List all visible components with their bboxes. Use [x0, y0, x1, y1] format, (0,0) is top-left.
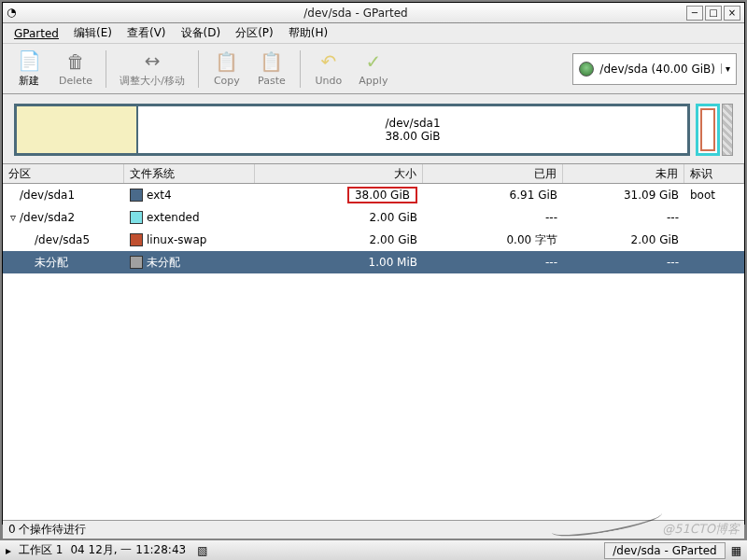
graph-used-region — [17, 106, 138, 153]
paste-icon: 📋 — [261, 50, 283, 73]
fs-swatch — [130, 256, 143, 269]
apply-button[interactable]: ✓Apply — [351, 47, 396, 91]
col-free[interactable]: 未用 — [563, 164, 684, 183]
tray-icon[interactable]: ▦ — [731, 544, 741, 557]
menubar: GParted 编辑(E) 查看(V) 设备(D) 分区(P) 帮助(H) — [3, 23, 744, 44]
partition-graph-area: /dev/sda1 38.00 GiB — [3, 94, 744, 163]
table-row[interactable]: /dev/sda5linux-swap2.00 GiB0.00 字节2.00 G… — [3, 229, 744, 251]
menu-view[interactable]: 查看(V) — [121, 23, 172, 43]
undo-icon: ↶ — [317, 50, 340, 73]
delete-button[interactable]: 🗑Delete — [51, 47, 100, 91]
toolbar: 📄新建 🗑Delete ↔调整大小/移动 📋Copy 📋Paste ↶Undo … — [3, 44, 744, 94]
menu-gparted[interactable]: GParted — [8, 25, 64, 42]
graph-partition-sda1[interactable]: /dev/sda1 38.00 GiB — [138, 106, 687, 153]
table-row[interactable]: 未分配未分配1.00 MiB------ — [3, 251, 744, 273]
minimize-button[interactable]: − — [686, 6, 703, 21]
graph-part-label: /dev/sda1 — [385, 117, 440, 130]
col-partition[interactable]: 分区 — [3, 164, 124, 183]
taskbar: ▸ 工作区 1 04 12月, 一 11:28:43 ▧ /dev/sda - … — [0, 539, 747, 560]
table-header: 分区 文件系统 大小 已用 未用 标识 — [3, 163, 744, 184]
resize-icon: ↔ — [141, 49, 163, 72]
workspace-label[interactable]: 工作区 1 — [19, 542, 63, 558]
fs-swatch — [130, 233, 143, 246]
resize-button[interactable]: ↔调整大小/移动 — [112, 47, 192, 91]
graph-partition-extended[interactable] — [696, 104, 720, 156]
graph-partition-swap[interactable] — [700, 108, 715, 151]
separator — [106, 50, 106, 88]
menu-edit[interactable]: 编辑(E) — [68, 23, 118, 43]
partition-graph-main[interactable]: /dev/sda1 38.00 GiB — [14, 104, 690, 156]
app-icon: ◔ — [7, 6, 21, 21]
trash-icon: 🗑 — [64, 50, 87, 73]
graph-unallocated[interactable] — [722, 104, 733, 156]
menu-partition[interactable]: 分区(P) — [230, 23, 279, 43]
file-icon: 📄 — [18, 49, 40, 72]
taskbar-task-gparted[interactable]: /dev/sda - GParted — [604, 542, 725, 559]
table-body: /dev/sda1ext438.00 GiB6.91 GiB31.09 GiBb… — [3, 184, 744, 520]
taskbar-datetime: 04 12月, 一 11:28:43 — [70, 542, 186, 558]
watermark: @51CTO博客 — [662, 521, 740, 538]
col-size[interactable]: 大小 — [255, 164, 423, 183]
menu-device[interactable]: 设备(D) — [176, 23, 227, 43]
close-button[interactable]: × — [724, 6, 740, 21]
maximize-button[interactable]: □ — [705, 6, 722, 21]
device-selector[interactable]: /dev/sda (40.00 GiB) ▾ — [572, 53, 737, 85]
fs-swatch — [130, 211, 143, 224]
separator — [300, 50, 301, 88]
copy-button[interactable]: 📋Copy — [204, 47, 249, 91]
undo-button[interactable]: ↶Undo — [306, 47, 351, 91]
taskbar-applet-icon[interactable]: ▧ — [197, 544, 207, 557]
col-filesystem[interactable]: 文件系统 — [124, 164, 255, 183]
apply-icon: ✓ — [362, 50, 385, 73]
device-label: /dev/sda (40.00 GiB) — [599, 63, 715, 76]
new-button[interactable]: 📄新建 — [7, 47, 51, 91]
disk-icon — [579, 62, 594, 77]
graph-part-size: 38.00 GiB — [385, 130, 440, 143]
titlebar[interactable]: ◔ /dev/sda - GParted − □ × — [3, 3, 744, 23]
window-title: /dev/sda - GParted — [25, 7, 686, 20]
partition-table: 分区 文件系统 大小 已用 未用 标识 /dev/sda1ext438.00 G… — [3, 163, 744, 520]
menu-help[interactable]: 帮助(H) — [283, 23, 333, 43]
expander-icon[interactable]: ▿ — [8, 211, 18, 224]
copy-icon: 📋 — [216, 50, 238, 73]
separator — [198, 50, 199, 88]
table-row[interactable]: ▿/dev/sda2extended2.00 GiB------ — [3, 206, 744, 229]
gparted-window: ◔ /dev/sda - GParted − □ × GParted 编辑(E)… — [2, 2, 745, 525]
status-text: 0 个操作待进行 — [8, 522, 86, 538]
workspace-arrow-icon[interactable]: ▸ — [6, 544, 11, 557]
col-used[interactable]: 已用 — [423, 164, 563, 183]
chevron-down-icon: ▾ — [721, 63, 730, 74]
paste-button[interactable]: 📋Paste — [249, 47, 294, 91]
fs-swatch — [130, 189, 143, 202]
col-flags[interactable]: 标识 — [684, 164, 744, 183]
table-row[interactable]: /dev/sda1ext438.00 GiB6.91 GiB31.09 GiBb… — [3, 184, 744, 206]
